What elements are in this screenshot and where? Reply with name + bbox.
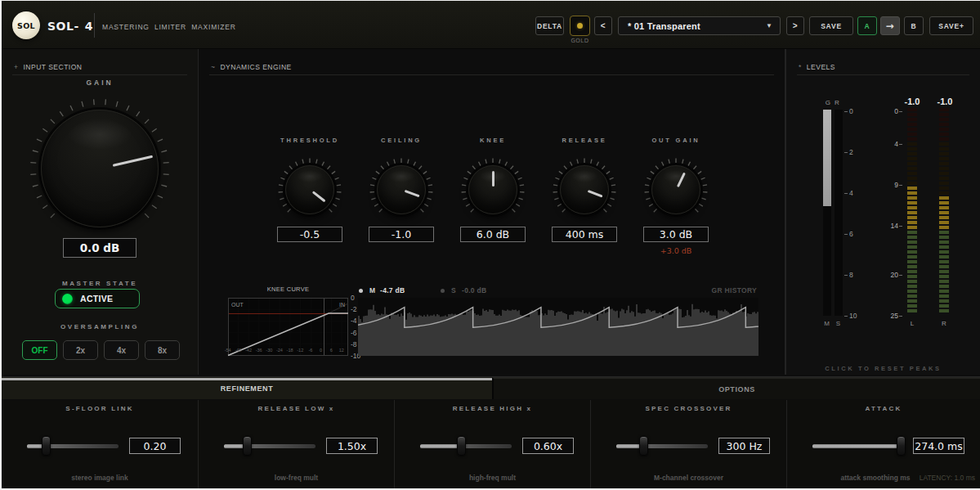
reset-peaks-hint[interactable]: CLICK TO RESET PEAKS <box>786 365 980 372</box>
oversampling-8x[interactable]: 8x <box>145 340 180 360</box>
knob-value[interactable]: 6.0 dB <box>460 227 526 242</box>
meter-segment <box>907 118 917 121</box>
slider-value[interactable]: 274.0 ms <box>913 438 964 454</box>
gr-scale-value: -6 <box>351 329 357 337</box>
save-button[interactable]: SAVE <box>809 16 853 35</box>
gr-history-header: M-4.7 dBS-0.0 dBGR HISTORY <box>358 286 758 296</box>
knob-highlight <box>67 119 132 150</box>
slider-label: SPEC CROSSOVER <box>591 405 786 412</box>
knee-knob[interactable] <box>459 155 527 224</box>
meter-segment <box>907 290 917 293</box>
copy-ab-button[interactable]: → <box>880 16 900 35</box>
slider-label: RELEASE LOW x <box>199 405 394 412</box>
levels-panel: *LEVELS G R 0246810 M S -1.0 -1.0 049142… <box>785 49 980 375</box>
master-state-button[interactable]: ACTIVE <box>55 289 140 308</box>
side-channel-label[interactable]: S <box>451 286 456 294</box>
gr-scale-tick: 10 <box>844 312 857 320</box>
active-led-icon <box>62 294 73 304</box>
meter-segment <box>939 113 949 116</box>
slider-label: S-FLOOR LINK <box>2 405 198 412</box>
peak-scale-tick: 0 <box>888 107 902 115</box>
save-plus-button[interactable]: SAVE+ <box>929 16 973 35</box>
gain-knob[interactable] <box>28 97 172 241</box>
gr-meter-label: G R <box>821 99 844 106</box>
gain-value[interactable]: 0.0 dB <box>63 238 136 258</box>
mid-channel-label[interactable]: M <box>369 286 375 294</box>
right-peak-value[interactable]: -1.0 <box>929 97 961 106</box>
peak-scale-tick: 14 <box>888 222 902 230</box>
oversampling-4x[interactable]: 4x <box>104 340 139 360</box>
active-tab-indicator <box>2 378 492 380</box>
peak-scale-tick: 9 <box>888 181 902 189</box>
gold-toggle-button[interactable] <box>570 16 590 36</box>
right-meter-label: R <box>939 320 949 327</box>
meter-segment <box>907 187 917 190</box>
meter-segment <box>939 270 949 273</box>
oversampling-off[interactable]: OFF <box>22 340 57 360</box>
meter-segment <box>939 255 949 258</box>
slider-fill <box>812 444 906 448</box>
meter-segment <box>907 113 917 116</box>
meter-segment <box>939 211 949 214</box>
slider-thumb[interactable] <box>897 436 906 456</box>
master-state-text: ACTIVE <box>80 294 113 303</box>
slider-value[interactable]: 0.20 <box>129 438 181 454</box>
tab-options[interactable]: OPTIONS <box>492 377 980 399</box>
svg-text:-24: -24 <box>276 348 283 353</box>
meter-segment <box>907 128 917 131</box>
slider-thumb[interactable] <box>457 436 466 456</box>
meter-segment <box>907 255 917 258</box>
slider-group-release-low-x: RELEASE LOW x1.50xlow-freq mult <box>198 400 394 488</box>
release-knob[interactable] <box>550 155 619 224</box>
meter-segment <box>939 133 949 136</box>
right-level-meter <box>939 108 949 314</box>
meter-segment <box>939 191 949 195</box>
left-meter-label: L <box>907 320 917 327</box>
meter-segment <box>939 221 949 224</box>
knob-value[interactable]: -1.0 <box>369 227 434 242</box>
gr-side-label: S <box>835 320 843 327</box>
meter-segment <box>939 280 949 283</box>
meter-segment <box>939 137 949 141</box>
slider-value[interactable]: 1.50x <box>326 438 378 454</box>
meter-segment <box>907 137 917 141</box>
left-peak-value[interactable]: -1.0 <box>896 97 929 106</box>
slider-value[interactable]: 0.60x <box>522 438 574 454</box>
slider-thumb[interactable] <box>639 436 648 456</box>
out-gain-knob[interactable] <box>642 155 710 224</box>
delta-button[interactable]: DELTA <box>535 16 564 35</box>
oversampling-2x[interactable]: 2x <box>63 340 98 360</box>
meter-segment <box>907 196 917 200</box>
meter-segment <box>939 285 949 288</box>
threshold-knob[interactable] <box>275 155 344 224</box>
meter-segment <box>907 275 917 278</box>
refinement-panel: LATENCY: 1.0 ms S-FLOOR LINK0.20stereo i… <box>2 400 980 488</box>
knob-value[interactable]: 400 ms <box>552 227 617 242</box>
tab-refinement[interactable]: REFINEMENT <box>2 377 492 399</box>
meter-segment <box>939 128 949 131</box>
meter-segment <box>907 250 917 254</box>
gr-meter-mid <box>823 110 831 316</box>
gr-scale-tick: 2 <box>844 148 853 156</box>
meter-segment <box>907 260 917 263</box>
knob-value[interactable]: -0.5 <box>277 227 342 242</box>
preset-next-button[interactable]: > <box>786 16 804 35</box>
meter-segment <box>939 245 949 249</box>
preset-selector[interactable]: * 01 Transparent▼ <box>618 16 781 35</box>
slider-thumb[interactable] <box>243 436 252 456</box>
knob-face <box>377 165 426 214</box>
meter-segment <box>907 211 917 214</box>
slot-a-button[interactable]: A <box>857 16 877 35</box>
slot-b-button[interactable]: B <box>904 16 924 35</box>
knob-value[interactable]: 3.0 dB <box>643 227 709 242</box>
meter-segment <box>939 250 949 254</box>
svg-text:IN: IN <box>339 302 345 308</box>
gr-scale-value: -2 <box>351 305 357 313</box>
ceiling-knob[interactable] <box>367 155 436 224</box>
preset-prev-button[interactable]: < <box>594 16 612 35</box>
slider-value[interactable]: 300 Hz <box>718 438 770 454</box>
dynamics-engine-panel: ~DYNAMICS ENGINE THRESHOLD-0.5CEILING-1.… <box>198 49 785 375</box>
slider-label: RELEASE HIGH x <box>395 405 590 412</box>
slider-thumb[interactable] <box>42 436 51 456</box>
section-divider <box>797 74 969 75</box>
